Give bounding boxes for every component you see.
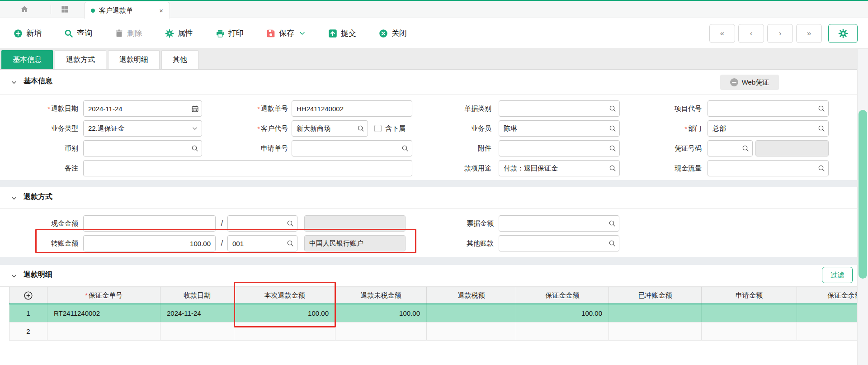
save-button[interactable]: 保存 bbox=[266, 28, 306, 38]
first-record-button[interactable]: « bbox=[709, 24, 735, 43]
properties-button[interactable]: 属性 bbox=[165, 28, 193, 38]
refund-amount-cell[interactable] bbox=[234, 322, 335, 340]
receipt-date-cell[interactable]: 2024-11-24 bbox=[160, 304, 234, 322]
document-tab[interactable]: 客户退款单 × bbox=[84, 2, 170, 19]
apply-no-field[interactable] bbox=[292, 140, 412, 156]
refund-no-field[interactable] bbox=[292, 100, 412, 117]
tab-refund-detail[interactable]: 退款明细 bbox=[108, 50, 160, 69]
next-record-button[interactable]: › bbox=[767, 24, 793, 43]
search-icon[interactable] bbox=[605, 220, 619, 227]
doc-type-input[interactable] bbox=[499, 101, 606, 116]
refund-amount-cell[interactable]: 100.00 bbox=[234, 304, 335, 322]
search-icon[interactable] bbox=[605, 240, 619, 247]
search-icon[interactable] bbox=[354, 125, 368, 132]
customer-code-field[interactable] bbox=[292, 120, 368, 137]
cash-flow-field[interactable] bbox=[708, 160, 829, 176]
department-input[interactable] bbox=[708, 121, 815, 136]
other-account-input[interactable] bbox=[499, 236, 605, 251]
row-number-cell[interactable]: 1 bbox=[9, 304, 47, 322]
deposit-amount-cell[interactable] bbox=[516, 322, 609, 340]
cash-account-field[interactable] bbox=[227, 215, 297, 232]
bill-amount-field[interactable] bbox=[499, 215, 619, 232]
biz-type-input[interactable] bbox=[84, 121, 188, 136]
project-code-field[interactable] bbox=[708, 100, 829, 117]
apply-no-input[interactable] bbox=[292, 141, 398, 156]
refund-pretax-cell[interactable]: 100.00 bbox=[335, 304, 427, 322]
customer-code-input[interactable] bbox=[292, 121, 354, 136]
table-row[interactable]: 1 RT2411240002 2024-11-24 100.00 100.00 … bbox=[9, 304, 858, 322]
transfer-amount-input[interactable] bbox=[84, 236, 215, 251]
vertical-scrollbar-track[interactable] bbox=[857, 49, 868, 365]
tab-basic-info[interactable]: 基本信息 bbox=[1, 50, 53, 69]
search-icon[interactable] bbox=[283, 220, 297, 227]
tab-refund-method[interactable]: 退款方式 bbox=[55, 50, 106, 69]
doc-type-field[interactable] bbox=[499, 100, 620, 117]
currency-input[interactable] bbox=[84, 141, 188, 156]
settings-button[interactable] bbox=[828, 24, 858, 43]
attachment-field[interactable] bbox=[499, 140, 620, 156]
refund-no-input[interactable] bbox=[292, 101, 412, 116]
written-off-cell[interactable] bbox=[609, 304, 702, 322]
biz-type-select[interactable] bbox=[83, 120, 202, 137]
search-icon[interactable] bbox=[815, 105, 828, 112]
cash-amount-input[interactable] bbox=[84, 216, 215, 231]
remark-input[interactable] bbox=[84, 161, 412, 176]
payment-purpose-field[interactable] bbox=[499, 160, 620, 176]
tab-other[interactable]: 其他 bbox=[161, 50, 198, 69]
salesman-field[interactable] bbox=[499, 120, 620, 137]
transfer-account-input[interactable] bbox=[228, 236, 283, 251]
delete-button[interactable]: 删除 bbox=[115, 28, 142, 38]
search-icon[interactable] bbox=[815, 165, 828, 172]
written-off-cell[interactable] bbox=[609, 322, 702, 340]
cash-amount-field[interactable] bbox=[83, 215, 216, 232]
add-row-button[interactable] bbox=[9, 287, 47, 304]
refund-date-input[interactable] bbox=[84, 101, 188, 116]
collapse-chevron-icon[interactable] bbox=[11, 195, 17, 203]
attachment-input[interactable] bbox=[499, 141, 606, 156]
deposit-balance-cell[interactable] bbox=[797, 322, 858, 340]
close-button[interactable]: 关闭 bbox=[379, 28, 407, 38]
currency-field[interactable] bbox=[83, 140, 202, 156]
voucher-no-input[interactable] bbox=[708, 141, 739, 156]
other-account-field[interactable] bbox=[499, 235, 619, 251]
refund-pretax-cell[interactable] bbox=[335, 322, 427, 340]
transfer-account-field[interactable] bbox=[227, 235, 297, 251]
submit-button[interactable]: 提交 bbox=[328, 28, 356, 38]
tab-close-icon[interactable]: × bbox=[159, 7, 163, 14]
search-icon[interactable] bbox=[283, 240, 297, 247]
remark-field[interactable] bbox=[83, 160, 412, 176]
cash-flow-input[interactable] bbox=[708, 161, 815, 176]
home-icon[interactable] bbox=[20, 5, 29, 15]
refund-tax-cell[interactable] bbox=[427, 304, 516, 322]
save-dropdown-chevron-icon[interactable] bbox=[299, 30, 306, 37]
collapse-chevron-icon[interactable] bbox=[11, 273, 17, 280]
refund-tax-cell[interactable] bbox=[427, 322, 516, 340]
row-number-cell[interactable]: 2 bbox=[9, 322, 47, 340]
table-row[interactable]: 2 bbox=[9, 322, 858, 340]
salesman-input[interactable] bbox=[499, 121, 606, 136]
last-record-button[interactable]: » bbox=[796, 24, 822, 43]
search-icon[interactable] bbox=[739, 145, 752, 152]
web-voucher-button[interactable]: Web凭证 bbox=[720, 75, 779, 90]
search-icon[interactable] bbox=[815, 125, 828, 132]
deposit-no-cell[interactable] bbox=[47, 322, 160, 340]
apply-amount-cell[interactable] bbox=[702, 304, 797, 322]
apply-amount-cell[interactable] bbox=[702, 322, 797, 340]
deposit-amount-cell[interactable]: 100.00 bbox=[516, 304, 609, 322]
project-code-input[interactable] bbox=[708, 101, 815, 116]
collapse-chevron-icon[interactable] bbox=[11, 79, 17, 87]
refund-date-field[interactable] bbox=[83, 100, 202, 117]
print-button[interactable]: 打印 bbox=[216, 28, 244, 38]
query-button[interactable]: 查询 bbox=[64, 28, 92, 38]
voucher-no-field[interactable] bbox=[708, 140, 753, 156]
apps-grid-icon[interactable] bbox=[61, 5, 69, 15]
transfer-amount-field[interactable] bbox=[83, 235, 216, 251]
previous-record-button[interactable]: ‹ bbox=[738, 24, 764, 43]
bill-amount-input[interactable] bbox=[499, 216, 605, 231]
filter-button[interactable]: 过滤 bbox=[822, 267, 853, 283]
new-button[interactable]: 新增 bbox=[14, 28, 42, 38]
department-field[interactable] bbox=[708, 120, 829, 137]
cash-account-input[interactable] bbox=[228, 216, 283, 231]
deposit-no-cell[interactable]: RT2411240002 bbox=[47, 304, 160, 322]
receipt-date-cell[interactable] bbox=[160, 322, 234, 340]
